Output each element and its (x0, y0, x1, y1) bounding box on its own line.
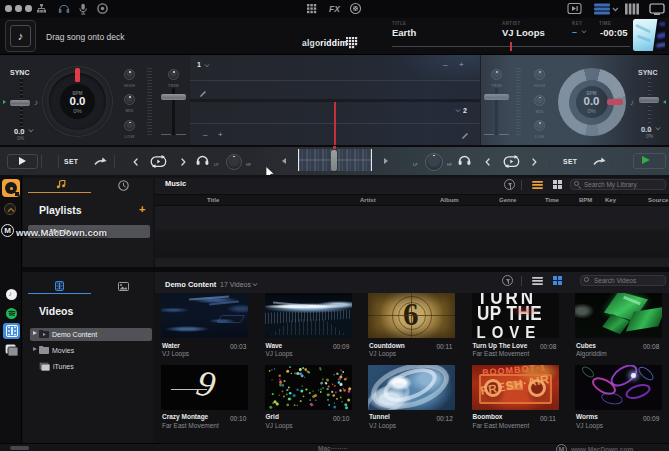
svg-text:FX: FX (329, 4, 341, 14)
